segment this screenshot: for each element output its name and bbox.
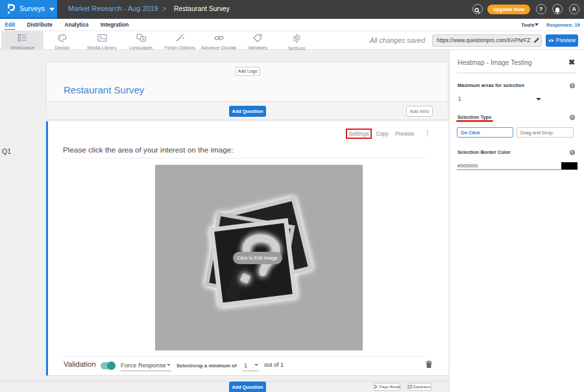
svg-text:A: A bbox=[141, 37, 144, 41]
